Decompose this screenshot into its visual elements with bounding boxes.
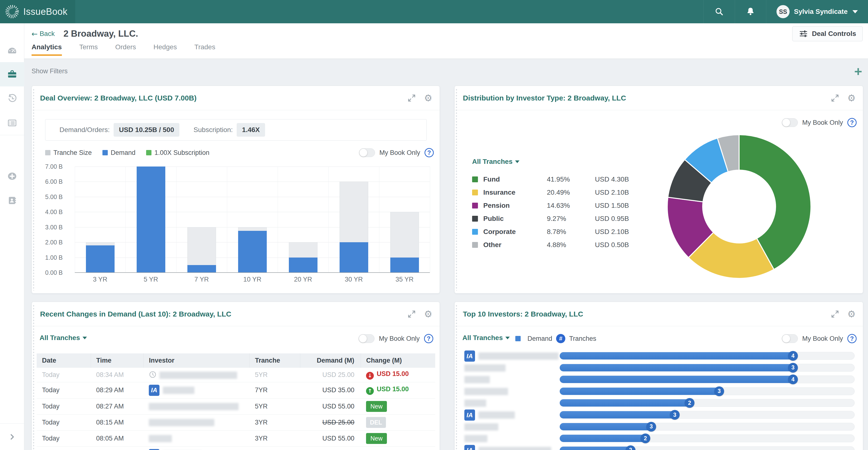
my-book-only-toggle[interactable] bbox=[359, 148, 375, 157]
expand-icon[interactable] bbox=[831, 94, 839, 102]
search-icon bbox=[714, 6, 724, 17]
help-icon[interactable]: ? bbox=[847, 334, 857, 343]
legend-swatch bbox=[472, 190, 478, 195]
demand-bar bbox=[238, 231, 267, 272]
table-row[interactable]: Yesterday 08:05 AM IA 10YR USD 35.00 ↑US… bbox=[37, 446, 435, 450]
table-row[interactable]: Today 08:05 AM 3YR USD 55.00 New bbox=[37, 430, 435, 446]
table-row[interactable]: Today 08:15 AM 3YR USD 25.00 DEL bbox=[37, 414, 435, 430]
investor-bar-row[interactable]: 3 bbox=[455, 362, 863, 374]
deal-controls-button[interactable]: Deal Controls bbox=[792, 26, 863, 41]
sidebar-item-history[interactable] bbox=[0, 87, 24, 111]
investor-bar-row[interactable]: IA 2 bbox=[455, 444, 863, 450]
drag-grip-icon[interactable] bbox=[455, 88, 458, 291]
help-icon[interactable]: ? bbox=[425, 148, 434, 157]
my-book-only-toggle[interactable] bbox=[782, 334, 798, 343]
search-button[interactable] bbox=[704, 0, 735, 23]
investor-bar-row[interactable]: 3 bbox=[455, 385, 863, 397]
legend-item: Tranche Size bbox=[45, 149, 92, 157]
tranche-cell: 10YR bbox=[250, 446, 300, 450]
investor-type-pct: 20.49% bbox=[547, 189, 595, 196]
deal-summary-box: Demand/Orders: USD 10.25B / 500 Subscrip… bbox=[45, 119, 427, 140]
redacted-investor-name bbox=[149, 403, 239, 410]
investor-type-pct: 4.88% bbox=[547, 241, 595, 249]
back-link[interactable]: ← Back bbox=[32, 30, 55, 38]
gear-icon[interactable]: ⚙ bbox=[424, 309, 432, 319]
show-filters-link[interactable]: Show Filters bbox=[32, 67, 68, 75]
add-widget-button[interactable]: + bbox=[854, 65, 862, 78]
sidebar-item-deals[interactable] bbox=[0, 62, 24, 87]
tranche-count-badge: 3 bbox=[788, 363, 798, 373]
investor-bar-row[interactable]: 2 bbox=[455, 397, 863, 409]
all-tranches-dropdown[interactable]: All Tranches bbox=[472, 158, 520, 165]
app-logo[interactable]: IssueBook bbox=[0, 0, 75, 23]
investor-bar-row[interactable]: IA 3 bbox=[455, 409, 863, 421]
demand-cell: USD 35.00 bbox=[300, 382, 361, 398]
notifications-button[interactable] bbox=[735, 0, 766, 23]
table-row[interactable]: Today 08:29 AM IA 7YR USD 35.00 ↑USD 15.… bbox=[37, 382, 435, 398]
drag-grip-icon[interactable] bbox=[33, 88, 35, 291]
legend-swatch bbox=[472, 203, 478, 208]
demand-bar-track: 2 bbox=[559, 435, 855, 442]
my-book-only-toggle[interactable] bbox=[359, 334, 375, 343]
sidebar-item-order-list[interactable] bbox=[0, 111, 24, 135]
distribution-card: Distribution by Investor Type: 2 Broadwa… bbox=[455, 86, 863, 293]
all-tranches-dropdown[interactable]: All Tranches bbox=[39, 334, 87, 342]
sidebar-item-dashboard[interactable] bbox=[0, 38, 24, 62]
sidebar-expand-button[interactable] bbox=[0, 423, 24, 450]
drag-grip-icon[interactable] bbox=[33, 304, 35, 450]
tranches-legend-label: Tranches bbox=[569, 335, 596, 343]
investor-bar-row[interactable]: 2 bbox=[455, 432, 863, 444]
legend-swatch bbox=[472, 176, 478, 182]
investor-bar-row[interactable]: 3 bbox=[455, 421, 863, 433]
demand-bar-fill bbox=[560, 352, 793, 359]
tranche-count-badge: 3 bbox=[670, 410, 680, 420]
demand-bar-track: 3 bbox=[559, 364, 855, 372]
tranches-count-icon: # bbox=[556, 334, 565, 343]
investor-advisor-badge: IA bbox=[464, 445, 475, 450]
filters-row: Show Filters + bbox=[32, 65, 862, 79]
deal-controls-label: Deal Controls bbox=[812, 30, 856, 38]
sidebar-item-add[interactable] bbox=[0, 164, 24, 188]
investor-name bbox=[464, 423, 498, 431]
table-row[interactable]: Today 08:27 AM 5YR USD 55.00 New bbox=[37, 398, 435, 414]
tranche-count-badge: 3 bbox=[714, 386, 724, 396]
expand-icon[interactable] bbox=[407, 94, 416, 102]
demand-bar-track: 4 bbox=[559, 376, 855, 383]
top-investors-title: Top 10 Investors: 2 Broadway, LLC bbox=[463, 310, 583, 318]
tab-analytics[interactable]: Analytics bbox=[32, 43, 62, 56]
investor-type-pct: 41.95% bbox=[547, 175, 595, 183]
user-menu[interactable]: SS Sylvia Syndicate bbox=[766, 0, 868, 23]
sidebar-item-contacts[interactable] bbox=[0, 188, 24, 213]
redacted-investor-name bbox=[159, 372, 237, 379]
tab-trades[interactable]: Trades bbox=[194, 43, 215, 56]
investor-type-amount: USD 2.10B bbox=[595, 228, 629, 236]
column-header: Tranche bbox=[250, 353, 300, 368]
table-row[interactable]: Today 08:34 AM 5YR USD 25.00 ↓USD 15.00 bbox=[37, 368, 435, 382]
expand-icon[interactable] bbox=[407, 310, 416, 318]
investor-type-donut bbox=[666, 134, 812, 279]
investor-bar-row[interactable]: IA 4 bbox=[455, 350, 863, 362]
tab-hedges[interactable]: Hedges bbox=[153, 43, 177, 56]
investor-bar-row[interactable]: 4 bbox=[455, 374, 863, 385]
all-tranches-dropdown[interactable]: All Tranches bbox=[462, 334, 510, 342]
gear-icon[interactable]: ⚙ bbox=[847, 309, 856, 319]
investor-type-row: Public 9.27% USD 0.95B bbox=[472, 212, 629, 225]
my-book-only-toggle[interactable] bbox=[782, 118, 798, 127]
help-icon[interactable]: ? bbox=[424, 334, 433, 343]
deal-overview-title: Deal Overview: 2 Broadway, LLC (USD 7.00… bbox=[40, 94, 196, 102]
help-icon[interactable]: ? bbox=[847, 118, 857, 127]
tab-orders[interactable]: Orders bbox=[115, 43, 136, 56]
recent-changes-title: Recent Changes in Demand (Last 10): 2 Br… bbox=[40, 310, 231, 318]
gear-icon[interactable]: ⚙ bbox=[424, 93, 432, 103]
investor-advisor-badge: IA bbox=[464, 351, 475, 362]
expand-icon[interactable] bbox=[831, 310, 839, 318]
y-axis-tick: 3.00 B bbox=[45, 224, 71, 231]
change-cell: New bbox=[361, 398, 435, 414]
issuebook-app: IssueBook SS Sylvia Syndicate bbox=[0, 0, 868, 450]
gear-icon[interactable]: ⚙ bbox=[847, 93, 856, 103]
demand-cell: USD 35.00 bbox=[300, 446, 361, 450]
tab-terms[interactable]: Terms bbox=[80, 43, 98, 56]
y-axis-tick: 5.00 B bbox=[45, 193, 71, 200]
demand-bar-fill bbox=[560, 388, 719, 395]
pending-clock-icon bbox=[149, 371, 157, 378]
